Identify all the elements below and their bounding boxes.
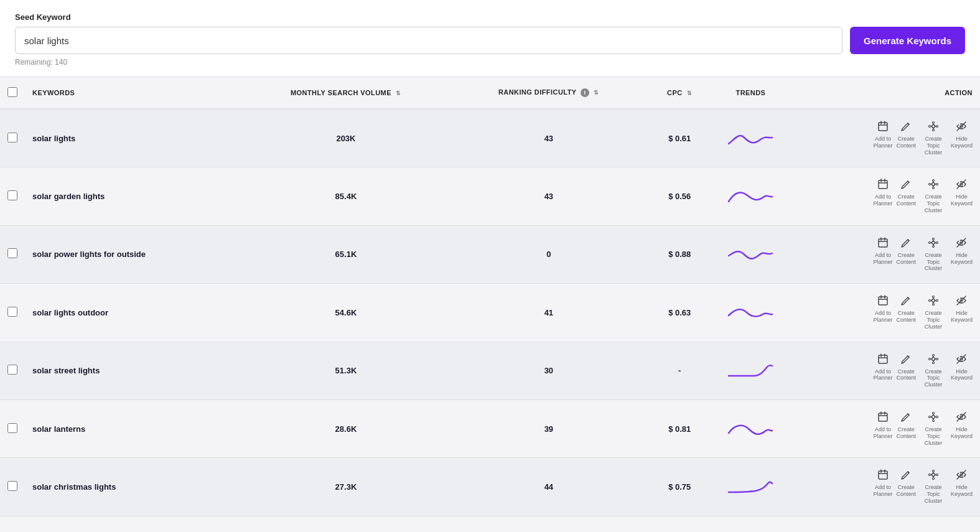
hide-keyword-button[interactable]: Hide Keyword xyxy=(951,121,973,149)
action-group: Add to Planner Create Content Create Top… xyxy=(873,121,973,156)
add-to-planner-button[interactable]: Add to Planner xyxy=(873,237,892,266)
row-checkbox-cell xyxy=(0,225,25,283)
create-topic-cluster-button-icon xyxy=(928,179,939,192)
svg-point-48 xyxy=(936,300,938,302)
create-content-button[interactable]: Create Content xyxy=(896,411,916,440)
keyword-cell: solar garden lights xyxy=(25,167,240,225)
generate-keywords-button[interactable]: Generate Keywords xyxy=(850,27,965,54)
create-topic-cluster-button-icon xyxy=(928,121,939,134)
add-to-planner-button[interactable]: Add to Planner xyxy=(873,295,892,324)
add-to-planner-button[interactable]: Add to Planner xyxy=(873,353,892,382)
hide-keyword-button-icon xyxy=(956,237,967,250)
svg-rect-42 xyxy=(879,297,887,305)
select-all-checkbox[interactable] xyxy=(7,87,17,97)
create-topic-cluster-button[interactable]: Create Topic Cluster xyxy=(920,179,947,213)
create-content-button-label: Create Content xyxy=(896,136,916,149)
hide-keyword-button[interactable]: Hide Keyword xyxy=(951,411,973,440)
seed-input[interactable] xyxy=(15,27,842,54)
create-content-button-label: Create Content xyxy=(896,368,916,382)
create-topic-cluster-button-icon xyxy=(928,469,939,482)
create-content-button-label: Create Content xyxy=(896,194,916,207)
col-cpc: CPC ⇅ xyxy=(646,77,713,109)
action-group: Add to Planner Create Content Create Top… xyxy=(873,237,973,272)
trend-sparkline xyxy=(726,242,775,264)
table-row: solar lights outdoor54.6K41$ 0.63 Add to… xyxy=(0,284,980,342)
difficulty-sort-icon[interactable]: ⇅ xyxy=(594,90,599,96)
volume-sort-icon[interactable]: ⇅ xyxy=(396,90,401,96)
volume-cell: 65.1K xyxy=(240,225,451,283)
difficulty-info-icon[interactable]: i xyxy=(581,88,589,97)
add-to-planner-button[interactable]: Add to Planner xyxy=(873,411,892,440)
add-to-planner-button[interactable]: Add to Planner xyxy=(873,179,892,207)
hide-keyword-button[interactable]: Hide Keyword xyxy=(951,353,973,382)
create-content-button[interactable]: Create Content xyxy=(896,469,916,498)
create-content-button-label: Create Content xyxy=(896,252,916,266)
create-topic-cluster-button[interactable]: Create Topic Cluster xyxy=(920,411,947,446)
create-content-button[interactable]: Create Content xyxy=(896,179,916,207)
create-topic-cluster-button[interactable]: Create Topic Cluster xyxy=(920,295,947,330)
keyword-name: solar christmas lights xyxy=(32,482,116,492)
row-checkbox[interactable] xyxy=(7,133,17,142)
add-to-planner-button-label: Add to Planner xyxy=(873,368,892,382)
hide-keyword-button[interactable]: Hide Keyword xyxy=(951,237,973,266)
add-to-planner-button-icon xyxy=(877,469,889,482)
add-to-planner-button-icon xyxy=(877,237,889,250)
svg-point-74 xyxy=(931,415,935,418)
hide-keyword-button[interactable]: Hide Keyword xyxy=(951,469,973,498)
create-content-button-icon xyxy=(900,295,912,308)
create-topic-cluster-button[interactable]: Create Topic Cluster xyxy=(920,121,947,156)
hide-keyword-button-label: Hide Keyword xyxy=(951,368,973,382)
add-to-planner-button-label: Add to Planner xyxy=(873,252,892,266)
row-checkbox[interactable] xyxy=(7,365,17,375)
seed-label: Seed Keyword xyxy=(15,12,965,22)
action-group: Add to Planner Create Content Create Top… xyxy=(873,411,973,446)
hide-keyword-button[interactable]: Hide Keyword xyxy=(951,295,973,324)
difficulty-cell: 43 xyxy=(452,167,646,225)
row-checkbox[interactable] xyxy=(7,423,17,433)
create-content-button[interactable]: Create Content xyxy=(896,295,916,324)
svg-point-90 xyxy=(936,474,938,476)
row-checkbox[interactable] xyxy=(7,248,17,258)
keywords-table: KEYWORDS MONTHLY SEARCH VOLUME ⇅ RANKING… xyxy=(0,77,980,516)
volume-cell: 85.4K xyxy=(240,167,451,225)
add-to-planner-button[interactable]: Add to Planner xyxy=(873,121,892,149)
svg-point-21 xyxy=(928,184,930,185)
keyword-cell: solar power lights for outside xyxy=(25,225,240,283)
create-content-button[interactable]: Create Content xyxy=(896,121,916,149)
create-content-button-icon xyxy=(900,237,912,250)
table-header-row: KEYWORDS MONTHLY SEARCH VOLUME ⇅ RANKING… xyxy=(0,77,980,109)
hide-keyword-button-label: Hide Keyword xyxy=(951,310,973,324)
hide-keyword-button-label: Hide Keyword xyxy=(951,484,973,498)
create-topic-cluster-button[interactable]: Create Topic Cluster xyxy=(920,469,947,504)
svg-point-22 xyxy=(932,187,934,189)
trend-sparkline xyxy=(726,358,775,381)
svg-point-50 xyxy=(932,304,934,306)
hide-keyword-button-icon xyxy=(956,353,967,366)
row-checkbox[interactable] xyxy=(7,307,17,317)
table-row: solar christmas lights27.3K44$ 0.75 Add … xyxy=(0,458,980,516)
hide-keyword-button-label: Hide Keyword xyxy=(951,426,973,440)
volume-cell: 203K xyxy=(240,109,451,167)
svg-point-18 xyxy=(931,183,935,186)
col-action: ACTION xyxy=(788,77,980,109)
action-cell: Add to Planner Create Content Create Top… xyxy=(788,399,980,457)
cpc-sort-icon[interactable]: ⇅ xyxy=(687,90,692,96)
keyword-name: solar power lights for outside xyxy=(32,250,146,259)
create-content-button[interactable]: Create Content xyxy=(896,237,916,266)
create-topic-cluster-button[interactable]: Create Topic Cluster xyxy=(920,353,947,388)
svg-point-33 xyxy=(932,238,934,240)
create-topic-cluster-button[interactable]: Create Topic Cluster xyxy=(920,237,947,272)
trend-sparkline xyxy=(726,126,775,149)
cpc-cell: $ 0.88 xyxy=(646,225,713,283)
add-to-planner-button[interactable]: Add to Planner xyxy=(873,469,892,498)
trends-cell xyxy=(713,109,788,167)
svg-rect-0 xyxy=(879,123,887,131)
add-to-planner-button-icon xyxy=(877,411,889,424)
row-checkbox[interactable] xyxy=(7,190,17,200)
create-content-button[interactable]: Create Content xyxy=(896,353,916,382)
hide-keyword-button-icon xyxy=(956,295,967,308)
cpc-cell: $ 0.61 xyxy=(646,109,713,167)
hide-keyword-button[interactable]: Hide Keyword xyxy=(951,179,973,207)
create-topic-cluster-button-icon xyxy=(928,353,939,366)
row-checkbox[interactable] xyxy=(7,481,17,491)
